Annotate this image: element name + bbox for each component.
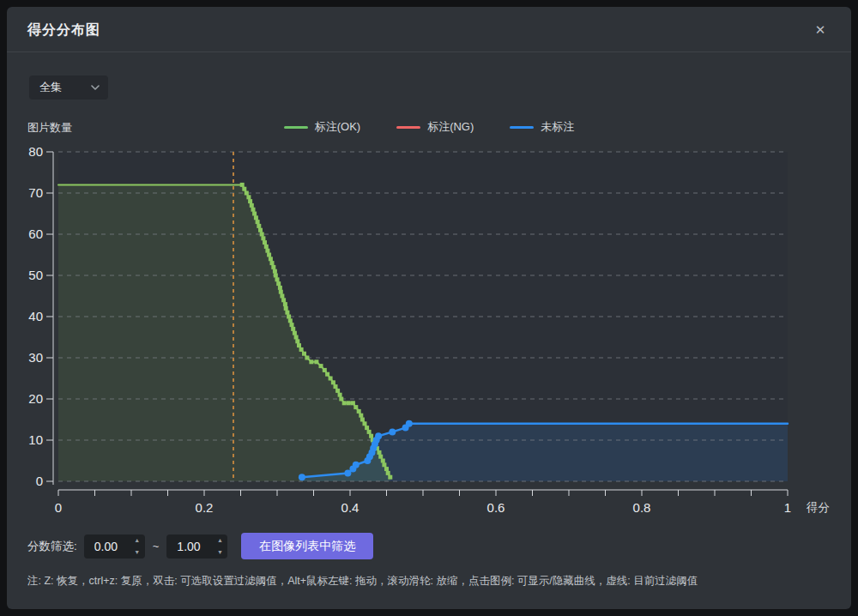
svg-text:40: 40 bbox=[28, 309, 43, 323]
svg-text:60: 60 bbox=[28, 226, 43, 241]
svg-text:50: 50 bbox=[28, 268, 43, 282]
help-footnote: 注: Z: 恢复，ctrl+z: 复原，双击: 可选取设置过滤阈值，Alt+鼠标… bbox=[27, 574, 698, 589]
max-score-input-wrapper: ▲ ▼ bbox=[166, 534, 227, 559]
svg-text:1: 1 bbox=[784, 500, 791, 515]
svg-text:80: 80 bbox=[28, 144, 43, 159]
min-score-input-wrapper: ▲ ▼ bbox=[84, 534, 145, 559]
max-score-input[interactable] bbox=[166, 534, 212, 559]
svg-text:得分: 得分 bbox=[806, 501, 830, 514]
score-filter-row: 分数筛选: ▲ ▼ ~ ▲ ▼ 在图像列表中筛选 bbox=[27, 533, 373, 559]
range-separator: ~ bbox=[153, 540, 160, 553]
svg-text:0: 0 bbox=[55, 500, 62, 515]
max-score-spinner: ▲ ▼ bbox=[212, 534, 227, 559]
min-score-spinner: ▲ ▼ bbox=[130, 534, 145, 559]
min-score-decrement-icon[interactable]: ▼ bbox=[130, 547, 145, 559]
score-filter-label: 分数筛选: bbox=[27, 539, 77, 554]
svg-text:70: 70 bbox=[28, 185, 43, 200]
svg-text:30: 30 bbox=[28, 350, 43, 365]
max-score-increment-icon[interactable]: ▲ bbox=[212, 534, 227, 547]
min-score-increment-icon[interactable]: ▲ bbox=[130, 534, 145, 547]
svg-text:0.2: 0.2 bbox=[196, 500, 214, 515]
svg-text:0.4: 0.4 bbox=[341, 500, 360, 515]
score-distribution-dialog: 得分分布图 ✕ 全集 图片数量 标注(OK)标注(NG)未标注 01020304… bbox=[7, 7, 851, 609]
min-score-input[interactable] bbox=[84, 534, 130, 559]
chart-canvas[interactable]: 0102030405060708000.20.40.60.81得分 bbox=[7, 7, 851, 539]
svg-text:0: 0 bbox=[36, 474, 43, 488]
max-score-decrement-icon[interactable]: ▼ bbox=[212, 547, 227, 559]
filter-in-image-list-button[interactable]: 在图像列表中筛选 bbox=[241, 533, 373, 559]
svg-text:0.8: 0.8 bbox=[633, 500, 651, 515]
svg-text:20: 20 bbox=[28, 391, 43, 406]
svg-text:0.6: 0.6 bbox=[487, 500, 505, 515]
svg-text:10: 10 bbox=[28, 432, 43, 447]
